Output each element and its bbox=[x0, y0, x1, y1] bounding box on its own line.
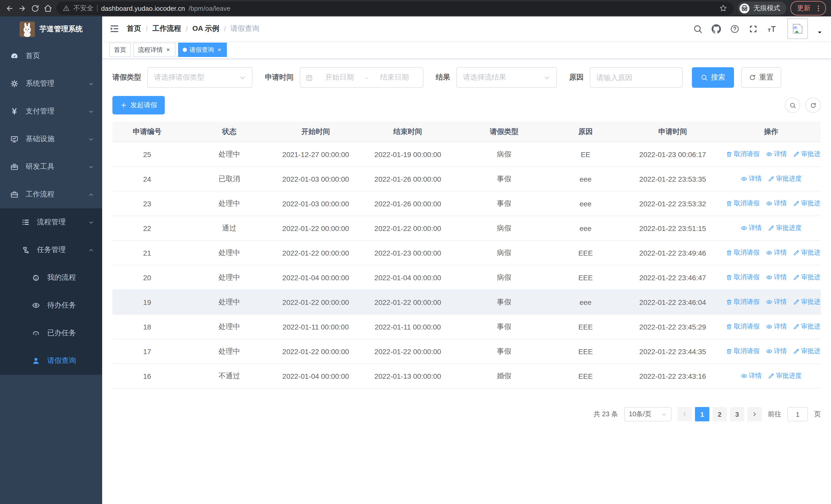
action-progress-link[interactable]: 审批进度 bbox=[793, 199, 821, 208]
action-detail-link[interactable]: 详情 bbox=[741, 174, 762, 183]
sidebar-item-4[interactable]: 研发工具 bbox=[0, 153, 102, 181]
action-detail-link[interactable]: 详情 bbox=[766, 150, 787, 158]
table-row[interactable]: 16不通过2022-01-04 00:00:002022-01-13 00:00… bbox=[112, 364, 821, 388]
avatar[interactable] bbox=[787, 19, 808, 39]
table-cell-status: 不通过 bbox=[182, 364, 277, 388]
sidebar-item-11[interactable]: 请假查询 bbox=[0, 347, 102, 375]
sidebar-item-8[interactable]: 我的流程 bbox=[0, 264, 102, 292]
action-detail-link[interactable]: 详情 bbox=[766, 347, 787, 355]
action-cancel-link[interactable]: 取消请假 bbox=[726, 273, 760, 281]
action-cancel-link[interactable]: 取消请假 bbox=[726, 248, 760, 257]
sidebar-item-1[interactable]: 系统管理 bbox=[0, 70, 102, 97]
bookmark-star-icon[interactable] bbox=[719, 4, 727, 12]
goto-page-input[interactable] bbox=[787, 407, 808, 421]
action-cancel-link[interactable]: 取消请假 bbox=[726, 199, 760, 208]
create-leave-button[interactable]: 发起请假 bbox=[112, 96, 165, 114]
action-detail-link[interactable]: 详情 bbox=[766, 273, 787, 281]
tab-0[interactable]: 首页 bbox=[109, 42, 131, 57]
page-size-select[interactable]: 10条/页 bbox=[624, 407, 671, 421]
table-row[interactable]: 23处理中2022-01-03 00:00:002022-01-26 00:00… bbox=[112, 191, 821, 216]
security-warning-icon[interactable] bbox=[63, 5, 70, 12]
action-progress-link[interactable]: 审批进度 bbox=[793, 150, 821, 158]
result-select[interactable]: 请选择流结果 bbox=[456, 67, 557, 88]
trash-icon bbox=[726, 274, 733, 280]
reason-input[interactable] bbox=[590, 73, 682, 82]
refresh-table-button[interactable] bbox=[805, 97, 821, 113]
action-progress-link[interactable]: 审批进度 bbox=[768, 224, 802, 232]
table-row[interactable]: 25处理中2021-12-27 00:00:002022-01-19 00:00… bbox=[112, 142, 821, 167]
font-size-icon[interactable] bbox=[767, 24, 777, 34]
browser-reload-icon[interactable] bbox=[31, 4, 39, 12]
action-detail-link[interactable]: 详情 bbox=[766, 199, 787, 208]
app-logo[interactable]: 芋道管理系统 bbox=[0, 17, 102, 42]
breadcrumb-item[interactable]: 首页 bbox=[127, 24, 141, 33]
sidebar-item-3[interactable]: 基础设施 bbox=[0, 125, 102, 153]
table-row[interactable]: 20处理中2022-01-04 00:00:002022-01-04 00:00… bbox=[112, 265, 821, 290]
sidebar-collapse-icon[interactable] bbox=[109, 24, 120, 34]
action-detail-link[interactable]: 详情 bbox=[766, 297, 787, 306]
tab-1[interactable]: 流程详情× bbox=[134, 42, 175, 57]
browser-home-icon[interactable] bbox=[44, 4, 52, 12]
browser-forward-icon[interactable] bbox=[18, 4, 27, 12]
next-page-button[interactable] bbox=[747, 407, 762, 421]
action-detail-link[interactable]: 详情 bbox=[741, 224, 762, 232]
help-icon[interactable] bbox=[730, 24, 740, 34]
breadcrumb-item[interactable]: OA 示例 bbox=[193, 24, 220, 33]
action-cancel-link[interactable]: 取消请假 bbox=[726, 322, 760, 331]
sidebar-item-9[interactable]: 待办任务 bbox=[0, 292, 102, 319]
table-row[interactable]: 24已取消2022-01-03 00:00:002022-01-26 00:00… bbox=[112, 167, 821, 191]
browser-update-button[interactable]: 更新 bbox=[791, 1, 826, 16]
sidebar-item-5[interactable]: 工作流程 bbox=[0, 181, 102, 208]
page-button-2[interactable]: 2 bbox=[712, 407, 727, 421]
action-progress-link[interactable]: 审批进度 bbox=[793, 322, 821, 331]
sidebar-item-10[interactable]: 已办任务 bbox=[0, 319, 102, 347]
action-progress-link[interactable]: 审批进度 bbox=[793, 273, 821, 281]
action-cancel-link[interactable]: 取消请假 bbox=[726, 297, 760, 306]
tab-2[interactable]: 请假查询× bbox=[178, 42, 227, 57]
chevron-down-icon bbox=[239, 74, 246, 81]
breadcrumb-item[interactable]: 工作流程 bbox=[152, 24, 181, 33]
table-row[interactable]: 19处理中2022-01-22 00:00:002022-01-22 00:00… bbox=[112, 290, 821, 314]
action-progress-link[interactable]: 审批进度 bbox=[793, 297, 821, 306]
tab-close-icon[interactable]: × bbox=[165, 46, 171, 53]
action-detail-link[interactable]: 详情 bbox=[766, 322, 787, 331]
address-bar[interactable]: 不安全 dashboard.yudao.iocoder.cn/bpm/oa/le… bbox=[56, 2, 734, 15]
leave-type-select[interactable]: 请选择请假类型 bbox=[147, 67, 253, 88]
prev-page-button[interactable] bbox=[678, 407, 692, 421]
header-search-icon[interactable] bbox=[693, 24, 703, 34]
sidebar-item-2[interactable]: 支付管理 bbox=[0, 97, 102, 125]
pen-icon bbox=[793, 298, 800, 305]
table-row[interactable]: 17处理中2022-01-22 00:00:002022-01-22 00:00… bbox=[112, 339, 821, 364]
user-menu-caret-icon[interactable] bbox=[816, 29, 823, 35]
table-row[interactable]: 18处理中2022-01-11 00:00:002022-01-11 00:00… bbox=[112, 314, 821, 339]
github-icon[interactable] bbox=[711, 24, 721, 34]
page-button-1[interactable]: 1 bbox=[695, 407, 709, 421]
action-progress-link[interactable]: 审批进度 bbox=[793, 347, 821, 355]
table-cell-type: 病假 bbox=[461, 142, 547, 167]
sidebar-item-0[interactable]: 首页 bbox=[0, 42, 102, 70]
browser-back-icon[interactable] bbox=[5, 4, 14, 12]
action-detail-link[interactable]: 详情 bbox=[741, 371, 762, 380]
action-cancel-link[interactable]: 取消请假 bbox=[726, 150, 760, 158]
action-label: 审批进度 bbox=[801, 199, 821, 208]
action-detail-link[interactable]: 详情 bbox=[766, 248, 787, 257]
sidebar-item-7[interactable]: 任务管理 bbox=[0, 236, 102, 264]
apply-time-range-picker[interactable]: 开始日期 - 结束日期 bbox=[300, 67, 424, 88]
sidebar-item-6[interactable]: 流程管理 bbox=[0, 208, 102, 236]
action-progress-link[interactable]: 审批进度 bbox=[768, 371, 802, 380]
table-row[interactable]: 22通过2022-01-22 00:00:002022-01-22 00:00:… bbox=[112, 216, 821, 240]
table-row[interactable]: 21处理中2022-01-22 00:00:002022-01-23 00:00… bbox=[112, 240, 821, 265]
action-progress-link[interactable]: 审批进度 bbox=[768, 174, 802, 183]
action-cancel-link[interactable]: 取消请假 bbox=[726, 347, 760, 355]
fullscreen-icon[interactable] bbox=[748, 24, 758, 34]
pen-icon bbox=[793, 249, 800, 256]
table-cell-end: 2022-01-22 00:00:00 bbox=[355, 339, 461, 364]
search-button[interactable]: 搜索 bbox=[692, 67, 734, 88]
toggle-search-button[interactable] bbox=[785, 97, 800, 113]
reset-button[interactable]: 重置 bbox=[741, 67, 781, 88]
page-button-3[interactable]: 3 bbox=[730, 407, 744, 421]
action-progress-link[interactable]: 审批进度 bbox=[793, 248, 821, 257]
tab-close-icon[interactable]: × bbox=[217, 46, 222, 53]
browser-menu-kebab-icon[interactable] bbox=[814, 4, 822, 12]
refresh-icon bbox=[810, 102, 816, 109]
